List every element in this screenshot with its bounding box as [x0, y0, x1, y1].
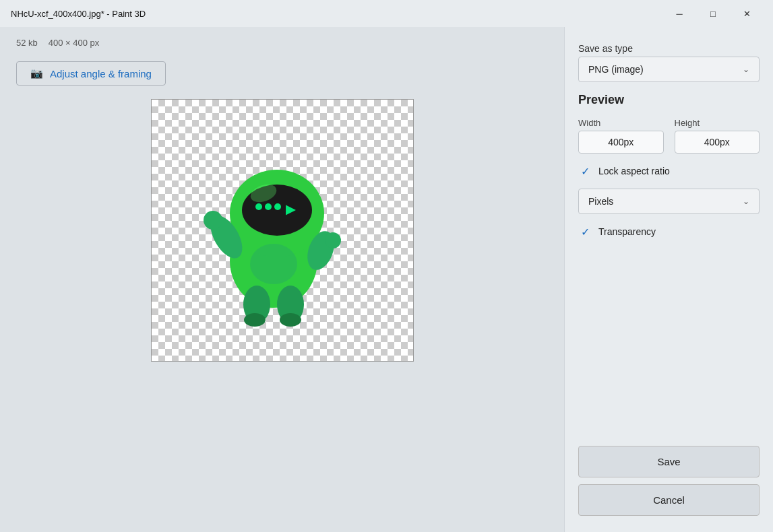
height-input[interactable]	[675, 131, 760, 154]
title-bar: NHcU-xcf_400x400.jpg* - Paint 3D ─ □ ✕	[0, 0, 773, 27]
svg-point-10	[325, 232, 341, 248]
file-size: 52 kb	[16, 38, 38, 48]
chevron-down-icon: ⌄	[743, 197, 749, 206]
minimize-button[interactable]: ─	[664, 3, 695, 24]
robot-image: ▶	[186, 133, 361, 328]
transparency-row[interactable]: ✓ Transparency	[578, 225, 760, 238]
close-button[interactable]: ✕	[731, 3, 762, 24]
chevron-down-icon: ⌄	[743, 65, 749, 74]
save-as-type-dropdown[interactable]: PNG (image) ⌄	[578, 57, 760, 82]
action-buttons: Save Cancel	[578, 446, 760, 516]
lock-aspect-label: Lock aspect ratio	[598, 166, 670, 176]
units-value: Pixels	[588, 196, 613, 207]
width-label: Width	[578, 118, 664, 128]
height-label: Height	[675, 118, 760, 128]
dimensions-row: Width Height	[578, 118, 760, 154]
window-controls: ─ □ ✕	[664, 3, 762, 24]
preview-label: Preview	[578, 93, 760, 107]
maximize-button[interactable]: □	[698, 3, 729, 24]
save-as-type-value: PNG (image)	[588, 64, 644, 75]
cancel-button[interactable]: Cancel	[578, 484, 760, 516]
svg-point-5	[274, 203, 281, 210]
save-button[interactable]: Save	[578, 446, 760, 477]
file-info: 52 kb 400 × 400 px	[16, 38, 548, 48]
units-dropdown[interactable]: Pixels ⌄	[578, 189, 760, 214]
svg-point-14	[244, 313, 266, 327]
file-dimensions: 400 × 400 px	[49, 38, 100, 48]
image-canvas: ▶	[151, 99, 414, 362]
adjust-angle-label: Adjust angle & framing	[50, 68, 152, 79]
lock-aspect-row[interactable]: ✓ Lock aspect ratio	[578, 164, 760, 178]
save-as-type-section: Save as type PNG (image) ⌄	[578, 43, 760, 82]
window-title: NHcU-xcf_400x400.jpg* - Paint 3D	[11, 9, 146, 19]
svg-point-15	[280, 313, 301, 327]
right-panel: Save as type PNG (image) ⌄ Preview Width…	[564, 27, 773, 532]
spacer	[578, 249, 760, 435]
height-group: Height	[675, 118, 760, 154]
svg-point-8	[204, 211, 222, 230]
canvas-wrapper: ▶	[16, 99, 548, 521]
svg-text:▶: ▶	[286, 203, 297, 216]
save-as-type-label: Save as type	[578, 43, 760, 54]
lock-aspect-checkmark-icon: ✓	[578, 164, 592, 178]
canvas-area: 52 kb 400 × 400 px 📷 Adjust angle & fram…	[0, 27, 564, 532]
svg-point-3	[255, 203, 262, 210]
svg-point-4	[265, 203, 272, 210]
svg-point-11	[250, 244, 297, 284]
transparency-label: Transparency	[598, 226, 656, 237]
preview-section: Preview	[578, 93, 760, 107]
width-input[interactable]	[578, 131, 664, 154]
width-group: Width	[578, 118, 664, 154]
main-layout: 52 kb 400 × 400 px 📷 Adjust angle & fram…	[0, 27, 773, 532]
adjust-angle-button[interactable]: 📷 Adjust angle & framing	[16, 61, 166, 86]
camera-icon: 📷	[30, 67, 43, 79]
transparency-checkmark-icon: ✓	[578, 225, 592, 238]
